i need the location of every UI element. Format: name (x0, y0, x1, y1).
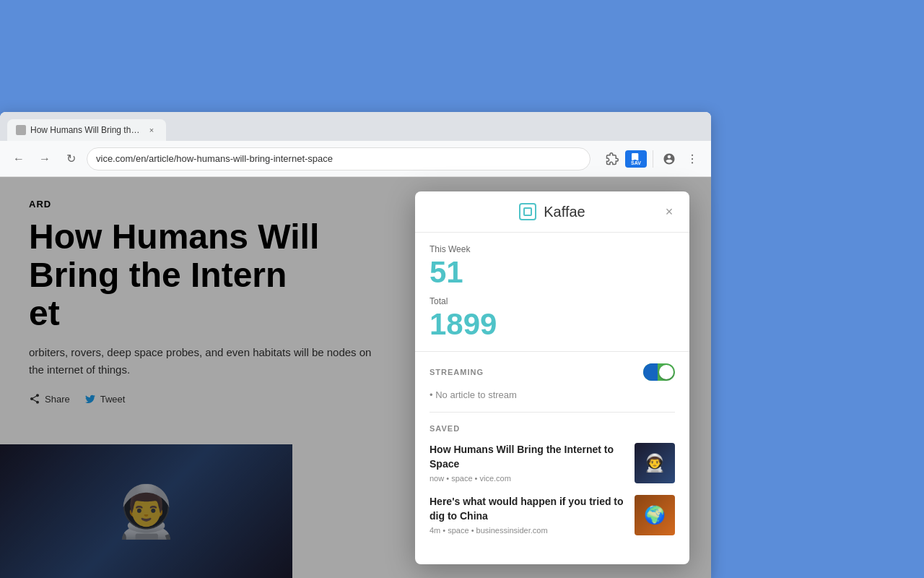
popup-close-button[interactable]: × (661, 203, 678, 220)
no-article-text: No article to stream (430, 389, 675, 413)
tab-favicon-icon (16, 125, 26, 135)
saved-item-1-text: How Humans Will Bring the Internet to Sp… (430, 443, 626, 483)
svg-rect-3 (524, 208, 531, 215)
address-bar[interactable]: vice.com/en/article/how-humans-will-brin… (87, 147, 590, 171)
popup-body: This Week 51 Total 1899 STREAMING No art… (415, 233, 689, 564)
tab-close-button[interactable]: × (146, 124, 157, 136)
total-label: Total (430, 296, 675, 306)
svg-point-1 (692, 158, 693, 159)
saved-item-2-text: Here's what would happen if you tried to… (430, 495, 626, 535)
popup-title: Kaffae (544, 204, 585, 220)
extension-icon[interactable] (602, 149, 622, 169)
account-icon[interactable] (659, 149, 679, 169)
save-badge-label: SAV (631, 160, 641, 165)
svg-point-0 (692, 154, 693, 155)
stats-divider (415, 351, 689, 352)
saved-item-1-title: How Humans Will Bring the Internet to Sp… (430, 443, 626, 471)
kaffae-logo-icon (519, 203, 536, 220)
reload-button[interactable]: ↻ (61, 149, 81, 169)
toggle-knob (659, 365, 674, 379)
saved-item-2[interactable]: Here's what would happen if you tried to… (430, 495, 675, 535)
svg-point-2 (692, 162, 693, 163)
this-week-value: 51 (430, 257, 675, 288)
saved-item-1-meta: now • space • vice.com (430, 474, 626, 483)
menu-icon[interactable] (682, 149, 702, 169)
saved-label: SAVED (430, 424, 675, 433)
total-value: 1899 (430, 309, 675, 340)
forward-button[interactable]: → (35, 149, 55, 169)
save-icon[interactable]: SAV (625, 150, 647, 168)
this-week-label: This Week (430, 244, 675, 254)
saved-item-2-title: Here's what would happen if you tried to… (430, 495, 626, 523)
browser-tab[interactable]: How Humans Will Bring the Internet to Sp… (7, 119, 166, 141)
popup-logo: Kaffae (519, 203, 585, 220)
kaffae-popup: Kaffae × This Week 51 Total 1899 STREAMI… (415, 191, 689, 564)
toggle-bg (643, 363, 658, 381)
saved-item-2-meta: 4m • space • businessinsider.com (430, 526, 626, 535)
browser-tabs: How Humans Will Bring the Internet to Sp… (0, 112, 711, 141)
earth-thumbnail: 🌍 (635, 495, 675, 535)
streaming-toggle[interactable] (643, 363, 675, 381)
saved-item-1[interactable]: How Humans Will Bring the Internet to Sp… (430, 443, 675, 483)
saved-section: SAVED How Humans Will Bring the Internet… (430, 424, 675, 553)
saved-item-1-thumb: 👨‍🚀 (635, 443, 675, 483)
popup-header: Kaffae × (415, 191, 689, 233)
streaming-row: STREAMING (430, 363, 675, 381)
space-thumbnail: 👨‍🚀 (635, 443, 675, 483)
stats-section: This Week 51 Total 1899 (430, 244, 675, 340)
tab-title: How Humans Will Bring the Internet to Sp… (30, 125, 141, 135)
browser-toolbar: ← → ↻ vice.com/en/article/how-humans-wil… (0, 141, 711, 177)
saved-item-2-thumb: 🌍 (635, 495, 675, 535)
back-button[interactable]: ← (9, 149, 29, 169)
toolbar-icons: SAV (602, 149, 702, 169)
toolbar-divider (653, 150, 653, 168)
address-url: vice.com/en/article/how-humans-will-brin… (96, 153, 333, 164)
background-top (0, 0, 924, 112)
streaming-label: STREAMING (430, 368, 484, 376)
